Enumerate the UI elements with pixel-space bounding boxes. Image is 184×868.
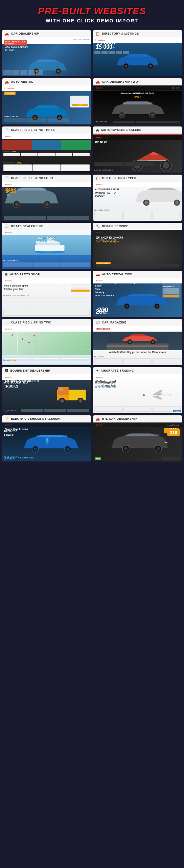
rtl-nav-text: الرئيسية السيارات	[167, 424, 180, 426]
svg-point-60	[156, 447, 160, 451]
svg-rect-56	[126, 434, 159, 436]
card-repair[interactable]: 🔧 REPAIR SERVICE motors WELCOME TO MOTOR…	[93, 223, 182, 269]
search-btn: SEARCH	[173, 410, 181, 412]
svg-point-40	[129, 340, 131, 343]
nav-links: HOMECARS	[171, 87, 180, 89]
navbar-sim: motors	[93, 374, 182, 380]
card-label-classified-four: 📄 CLASSIFIED LISTING FOUR	[2, 175, 91, 182]
card-label-text: AUTO RENTAL TWO	[102, 273, 133, 276]
nav-logo: motors	[96, 136, 102, 138]
navbar-sim: motors	[93, 182, 182, 187]
card-label-rtl: 🚗 RTL CAR DEALERSHIP	[93, 415, 182, 422]
car-dealership-icon: 🚗	[5, 32, 9, 36]
equipment-icon: 🏗	[5, 369, 8, 373]
card-preview-repair: motors WELCOME TO MOTORSAUTO REPAIR SHOP…	[93, 230, 182, 269]
card-equipment[interactable]: 🏗 EQUIPMENT DEALERSHIP motors ARTICULATE…	[2, 367, 91, 413]
header-subtitle: WITH ONE-CLICK DEMO IMPORT	[3, 18, 181, 23]
svg-point-58	[124, 447, 128, 451]
parts-items	[3, 309, 90, 316]
multi-headline: AUTOMAKERS SPLITON HOW FAST TODEPLOY	[95, 188, 119, 198]
card-label-text: MOTORCYCLES DEALERS	[101, 128, 141, 132]
aircraft-items	[94, 406, 181, 412]
repair-headline: WELCOME TO MOTORSAUTO REPAIR SHOP	[96, 237, 123, 243]
card-multi-listing[interactable]: 📋 MULTI-LISTING TYPES motors AUTOMAKERS …	[93, 175, 182, 221]
featured-boats: FEATURED BOATS	[3, 260, 90, 267]
moto-headline: DP 4D 10	[95, 140, 107, 144]
nav-logo: motors	[5, 376, 12, 378]
header-title: PRE-BUILT WEBSITES	[3, 6, 181, 17]
suv-multi-svg	[133, 187, 182, 207]
svg-point-55	[66, 447, 70, 451]
car-magazine-icon: 📰	[96, 321, 100, 324]
card-label-aircrafts: ✈ AIRCRAFTS TRADING	[93, 367, 182, 374]
card-label-multi-listing: 📋 MULTI-LISTING TYPES	[93, 175, 182, 182]
auto-rental-two-icon: 🚗	[96, 273, 100, 276]
browse-row: Browse by Make	[3, 359, 90, 363]
boats-icon: ⚓	[5, 224, 9, 228]
rtl-thumbs	[162, 457, 180, 460]
card-classified-two[interactable]: 📄 CLASSIFIED LISTING TWO motors	[2, 319, 91, 365]
luxury-car-svg	[102, 293, 173, 310]
nav-logo: theMagazine	[96, 328, 110, 330]
card-classified-three[interactable]: 📄 CLASSIFIED LISTING THREE motors Browse…	[2, 126, 91, 173]
hero-car-strip	[2, 140, 91, 150]
svg-point-50	[143, 394, 145, 396]
navbar-sim: motors	[2, 422, 91, 428]
svg-rect-61	[165, 442, 167, 443]
card-preview-auto-rental: motors 25% OFF SEARCH	[2, 85, 91, 124]
auto-parts-icon: ⚙	[5, 273, 8, 276]
svg-point-49	[79, 399, 83, 403]
card-motorcycles[interactable]: 🏍 MOTORCYCLES DEALERS motors DP 4D 10	[93, 126, 182, 173]
card-classified-four[interactable]: 📄 CLASSIFIED LISTING FOUR motors $4	[2, 175, 91, 221]
directory-icon: 📋	[96, 32, 100, 36]
card-label-car-magazine: 📰 CAR MAGAZINE	[93, 319, 182, 326]
cards-grid: 🚗 CAR DEALERSHIP motors HOMECARSCONTACT	[0, 28, 184, 463]
svg-point-7	[149, 65, 152, 67]
card-aircrafts[interactable]: ✈ AIRCRAFTS TRADING motors Multi-targete…	[93, 367, 182, 413]
card-auto-parts[interactable]: ⚙ AUTO PARTS SHOP motors Find a Suitable…	[2, 271, 91, 317]
svg-point-14	[120, 113, 123, 116]
magazine-article-title: Watch Sir Chris Hoy go flat out on the M…	[95, 351, 180, 354]
thumb-row	[4, 216, 89, 220]
card-label-auto-rental-two: 🚗 AUTO RENTAL TWO	[93, 271, 182, 278]
ev-svg	[11, 434, 82, 455]
ev-label: SAY ELECTRICVEHICLES	[4, 456, 18, 460]
navbar-sim: motors HOMECARS	[93, 85, 182, 91]
nav-logo: motors	[5, 135, 12, 137]
nav-logo: motors	[96, 87, 102, 89]
aircraft-svg	[132, 384, 181, 407]
card-car-magazine[interactable]: 📰 CAR MAGAZINE theMagazine	[93, 319, 182, 365]
card-preview-classified-three: motors Browse by Make	[2, 134, 91, 173]
card-preview-classified-four: motors $458 4 WD WELCOME TO MOTORS MOBI	[2, 182, 91, 221]
svg-point-20	[163, 162, 169, 169]
recent-cars-thumbs	[113, 121, 180, 123]
nav-dot	[4, 87, 5, 89]
card-directory-listings[interactable]: 📋 DIRECTORY & LISTINGS motors 15 000+	[93, 30, 182, 76]
featured-items-row: FEATURED ITEMS	[94, 209, 181, 219]
card-label-boats: ⚓ BOATS DEALERSHIP	[2, 223, 91, 230]
svg-rect-30	[35, 245, 65, 251]
card-car-dealership-two[interactable]: 🚗 CAR DEALERSHIP TWO motors HOMECARS Mer…	[93, 78, 182, 124]
recent-cars-label: RECENT CARS	[95, 121, 107, 123]
navbar-sim: theMagazine	[93, 326, 182, 332]
card-auto-rental[interactable]: 🚗 AUTO RENTAL motors 25% OFF SEARCH	[2, 78, 91, 124]
card-car-dealership[interactable]: 🚗 CAR DEALERSHIP motors HOMECARSCONTACT	[2, 30, 91, 76]
svg-point-47	[60, 399, 64, 403]
card-electric[interactable]: ⚡ ELECTRIC VEHICLE DEALERSHIP motors Dri…	[2, 415, 91, 461]
brand-logo	[94, 51, 100, 54]
card-boats[interactable]: ⚓ BOATS DEALERSHIP motors YACHT VIDEOS	[2, 223, 91, 269]
aircrafts-icon: ✈	[96, 369, 99, 373]
card-rtl[interactable]: 🚗 RTL CAR DEALERSHIP motors الرئيسية الس…	[93, 415, 182, 461]
card-preview-car-dealership: motors HOMECARSCONTACT NEW BMW 5-SERIES$…	[2, 37, 91, 76]
svg-point-53	[33, 447, 37, 451]
svg-rect-12	[123, 102, 152, 104]
svg-point-33	[125, 304, 128, 308]
card-preview-equipment: motors ARTICULATEDTRUCKS eq	[2, 374, 91, 413]
nav-logo: motors	[96, 280, 102, 282]
card-label-text: REPAIR SERVICE	[102, 224, 129, 228]
navbar-sim: motors	[2, 230, 91, 235]
parts-headline: Find a Suitable SparePart for your Car	[4, 284, 28, 291]
card-auto-rental-two[interactable]: 🚗 AUTO RENTAL TWO motors EnjoyYourJourne…	[93, 271, 182, 317]
card-label-electric: ⚡ ELECTRIC VEHICLE DEALERSHIP	[2, 415, 91, 422]
nav-logo: motors	[96, 376, 102, 378]
